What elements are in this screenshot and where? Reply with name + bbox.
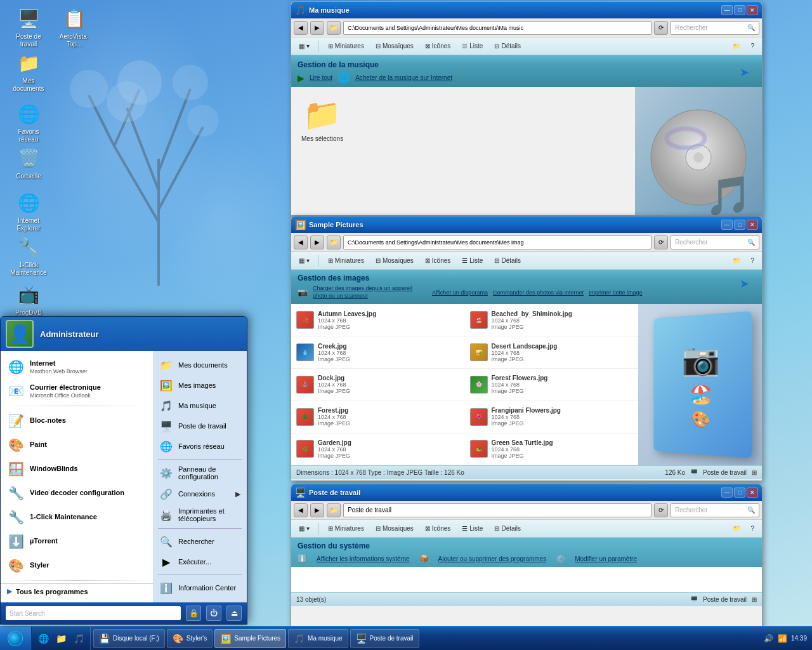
pictures-address-path[interactable]: C:\Documents and Settings\Administrateur… xyxy=(343,235,652,249)
music-folders-btn[interactable]: 📁 xyxy=(729,41,744,51)
quick-ie-btn[interactable]: 🌐 xyxy=(36,631,51,646)
pictures-minimize-btn[interactable]: — xyxy=(721,220,733,230)
computer-refresh-btn[interactable]: ⟳ xyxy=(654,503,668,517)
pictures-print-link[interactable]: Imprimer cette image xyxy=(589,289,643,296)
quick-folder-btn[interactable]: 📁 xyxy=(53,631,69,646)
file-item-autumn[interactable]: 🍂 Autumn Leaves.jpg1024 x 768Image JPEG xyxy=(291,304,465,336)
file-item-frangipani[interactable]: 🌺 Frangipani Flowers.jpg1024 x 768Image … xyxy=(465,401,639,434)
start-right-imprimantes[interactable]: 🖨️ Imprimantes et télécopieurs xyxy=(153,504,247,526)
tray-clock[interactable]: 14:39 xyxy=(791,635,807,642)
pictures-load-link[interactable]: Charger des images depuis un appareil ph… xyxy=(313,285,427,300)
computer-folders-btn[interactable]: 📁 xyxy=(729,524,744,533)
music-arrow-icon[interactable]: ➤ xyxy=(740,65,749,79)
computer-liste-btn[interactable]: ☰ Liste xyxy=(458,524,487,533)
pictures-arrow-icon[interactable]: ➤ xyxy=(740,277,749,291)
computer-address-path[interactable]: Poste de travail xyxy=(343,503,652,517)
pictures-views-btn[interactable]: ▦ ▾ xyxy=(295,256,313,265)
start-right-rechercher[interactable]: 🔍 Rechercher xyxy=(153,531,247,552)
computer-help-btn[interactable]: ? xyxy=(747,524,758,533)
music-maximize-btn[interactable]: □ xyxy=(734,5,745,15)
music-help-btn[interactable]: ? xyxy=(747,41,758,51)
start-right-info-center[interactable]: ℹ️ Information Center xyxy=(153,578,247,598)
eject-btn[interactable]: ⏏ xyxy=(226,606,242,621)
lock-btn[interactable]: 🔒 xyxy=(186,606,201,621)
start-right-mes-documents[interactable]: 📁 Mes documents xyxy=(153,355,247,375)
pictures-help-btn[interactable]: ? xyxy=(747,256,758,265)
computer-back-btn[interactable]: ◀ xyxy=(294,503,308,517)
taskbar-disque-local[interactable]: 💾 Disque local (F:) xyxy=(93,629,165,648)
pictures-folders-btn[interactable]: 📁 xyxy=(729,256,744,265)
computer-minimize-btn[interactable]: — xyxy=(721,488,733,498)
music-folder-item[interactable]: 📁 Mes sélections xyxy=(298,93,347,146)
file-item-garden[interactable]: 🌿 Garden.jpg1024 x 768Image JPEG xyxy=(291,434,465,466)
pictures-slideshow-link[interactable]: Afficher un diaporama xyxy=(432,289,488,296)
music-back-btn[interactable]: ◀ xyxy=(294,21,308,35)
pictures-up-btn[interactable]: 📁 xyxy=(327,235,341,249)
pictures-mosaiques-btn[interactable]: ⊟ Mosaïques xyxy=(372,256,417,265)
music-details-btn[interactable]: ⊟ Détails xyxy=(490,41,525,51)
taskbar-styler[interactable]: 🎨 Styler's xyxy=(167,629,213,648)
start-item-utorrent[interactable]: ⬇️ µTorrent xyxy=(1,529,153,554)
taskbar-ma-musique[interactable]: 🎵 Ma musique xyxy=(288,629,348,648)
music-icones-btn[interactable]: ⊠ Icônes xyxy=(421,41,454,51)
desktop-icon-1click[interactable]: 🔧 1-Click Maintenance xyxy=(6,232,51,279)
music-buy-link[interactable]: Acheter de la musique sur Internet xyxy=(355,74,452,81)
computer-miniatures-btn[interactable]: ⊞ Miniatures xyxy=(324,524,368,533)
pictures-back-btn[interactable]: ◀ xyxy=(294,235,308,249)
file-item-turtle[interactable]: 🐢 Green Sea Turtle.jpg1024 x 768Image JP… xyxy=(465,434,639,466)
file-item-beached[interactable]: 🏖️ Beached_by_Shiminok.jpg1024 x 768Imag… xyxy=(465,304,639,336)
pictures-details-btn[interactable]: ⊟ Détails xyxy=(490,256,525,265)
start-search-box[interactable]: Start Search xyxy=(6,606,181,620)
computer-close-btn[interactable]: ✕ xyxy=(747,488,758,498)
pictures-search-box[interactable]: Rechercher 🔍 xyxy=(671,235,759,249)
file-item-forest[interactable]: 🌲 Forest.jpg1024 x 768Image JPEG xyxy=(291,401,465,434)
start-item-email[interactable]: 📧 Courrier électronique Microsoft Office… xyxy=(1,379,153,403)
music-refresh-btn[interactable]: ⟳ xyxy=(654,21,668,35)
tray-network-icon[interactable]: 📶 xyxy=(777,633,789,644)
music-views-btn[interactable]: ▦ ▾ xyxy=(295,41,313,51)
pictures-forward-btn[interactable]: ▶ xyxy=(310,235,324,249)
desktop-icon-documents[interactable]: 📁 Mes documents xyxy=(6,48,51,95)
start-right-mes-images[interactable]: 🖼️ Mes images xyxy=(153,375,247,395)
pictures-order-link[interactable]: Commander des photos via Internet xyxy=(493,289,584,296)
computer-forward-btn[interactable]: ▶ xyxy=(310,503,324,517)
music-search-box[interactable]: Rechercher 🔍 xyxy=(671,21,759,35)
computer-icones-btn[interactable]: ⊠ Icônes xyxy=(421,524,454,533)
music-minimize-btn[interactable]: — xyxy=(721,5,733,15)
pictures-icones-btn[interactable]: ⊠ Icônes xyxy=(421,256,454,265)
music-search-icon[interactable]: 🔍 xyxy=(747,24,755,31)
music-up-btn[interactable]: 📁 xyxy=(327,21,341,35)
pictures-close-btn[interactable]: ✕ xyxy=(747,220,758,230)
taskbar-sample-pictures[interactable]: 🖼️ Sample Pictures xyxy=(214,629,286,648)
desktop-icon-favoris[interactable]: 🌐 Favoris réseau xyxy=(6,98,51,146)
desktop-icon-ie[interactable]: 🌐 Internet Explorer xyxy=(6,187,51,235)
computer-settings-link[interactable]: Modifier un paramètre xyxy=(575,555,637,562)
pictures-miniatures-btn[interactable]: ⊞ Miniatures xyxy=(324,256,368,265)
desktop-icon-corbeille[interactable]: 🗑️ Corbeille xyxy=(6,143,51,183)
pictures-liste-btn[interactable]: ☰ Liste xyxy=(458,256,487,265)
start-item-blocnotes[interactable]: 📝 Bloc-notes xyxy=(1,409,153,433)
start-right-poste-travail[interactable]: 🖥️ Poste de travail xyxy=(153,416,247,436)
pictures-maximize-btn[interactable]: □ xyxy=(734,220,745,230)
quick-music-btn[interactable]: 🎵 xyxy=(71,631,86,646)
pictures-refresh-btn[interactable]: ⟳ xyxy=(654,235,668,249)
music-play-link[interactable]: Lire tout xyxy=(310,74,332,81)
music-forward-btn[interactable]: ▶ xyxy=(310,21,324,35)
start-all-programs-btn[interactable]: ▶ Tous les programmes xyxy=(1,583,153,599)
start-item-styler[interactable]: 🎨 Styler xyxy=(1,554,153,578)
start-button[interactable] xyxy=(0,627,32,651)
start-right-panneau[interactable]: ⚙️ Panneau de configuration xyxy=(153,462,247,484)
pictures-search-icon[interactable]: 🔍 xyxy=(747,239,755,246)
computer-sysinfo-link[interactable]: Afficher les informations système xyxy=(317,555,410,562)
computer-search-box[interactable]: Rechercher 🔍 xyxy=(671,503,759,517)
desktop-icon-progdvb[interactable]: 📺 ProgDVB xyxy=(6,279,51,319)
desktop-icon-poste-travail[interactable]: 🖥️ Poste de travail xyxy=(6,3,51,51)
start-item-internet[interactable]: 🌐 Internet Maxthon Web Browser xyxy=(1,355,153,379)
computer-status-expand-icon[interactable]: ⊞ xyxy=(752,596,757,603)
start-right-favoris[interactable]: 🌐 Favoris réseau xyxy=(153,436,247,456)
start-item-1click-maint[interactable]: 🔧 1-Click Maintenance xyxy=(1,505,153,529)
desktop-icon-aero[interactable]: 📋 AeroVista-Top... xyxy=(52,3,96,51)
start-item-windowblinds[interactable]: 🪟 WindowBlinds xyxy=(1,457,153,481)
file-item-creek[interactable]: 💧 Creek.jpg1024 x 768Image JPEG xyxy=(291,336,465,369)
file-item-forest-flowers[interactable]: 🌸 Forest Flowers.jpg1024 x 768Image JPEG xyxy=(465,369,639,401)
